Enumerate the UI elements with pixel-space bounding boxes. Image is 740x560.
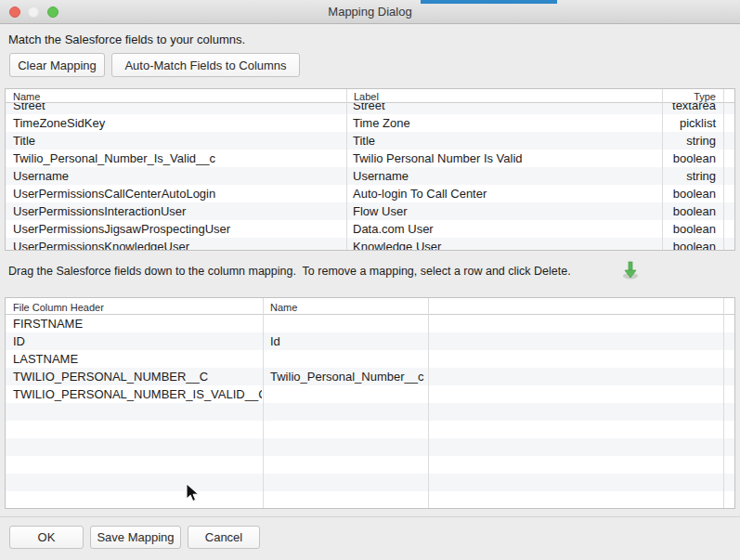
field-label: Street xyxy=(346,103,661,114)
column-mapping-table: File Column Header Name FIRSTNAME ID Id xyxy=(5,297,735,509)
file-column-header-cell: ID xyxy=(6,332,262,350)
field-type: string xyxy=(662,167,723,185)
field-row[interactable]: TimeZoneSidKey Time Zone picklist xyxy=(6,114,734,132)
mapping-dialog-window: Mapping Dialog Match the Salesforce fiel… xyxy=(0,0,740,560)
field-type: boolean xyxy=(662,185,723,202)
mapped-field-cell xyxy=(263,315,427,332)
drag-instruction-text: Drag the Salesforce fields down to the c… xyxy=(8,265,571,278)
field-label: Auto-login To Call Center xyxy=(346,185,661,202)
scrollbar-track[interactable] xyxy=(723,89,724,250)
field-label: Username xyxy=(346,167,661,185)
ok-button[interactable]: OK xyxy=(9,526,84,549)
field-label: Twilio Personal Number Is Valid xyxy=(346,150,661,167)
clear-mapping-button[interactable]: Clear Mapping xyxy=(9,53,105,77)
field-type: textarea xyxy=(662,103,723,114)
mapping-table-header: File Column Header Name xyxy=(6,298,734,315)
fields-table-header: Name Label Type xyxy=(6,89,734,103)
match-instruction-text: Match the Salesforce fields to your colu… xyxy=(8,33,245,46)
titlebar: Mapping Dialog xyxy=(0,0,740,24)
footer-separator xyxy=(0,516,740,517)
cancel-button[interactable]: Cancel xyxy=(188,526,260,549)
salesforce-fields-table: Name Label Type Street Street textarea T… xyxy=(5,88,735,251)
field-row[interactable]: Username Username string xyxy=(6,167,734,185)
field-label: Knowledge User xyxy=(346,238,661,250)
save-mapping-button[interactable]: Save Mapping xyxy=(90,526,181,549)
column-header-file-column: File Column Header xyxy=(13,301,104,314)
file-column-header-cell: LASTNAME xyxy=(6,350,262,368)
field-type: boolean xyxy=(662,150,723,167)
field-row[interactable]: UserPermissionsCallCenterAutoLogin Auto-… xyxy=(6,185,734,202)
field-api-name: Title xyxy=(6,132,345,150)
mapping-row[interactable]: ID Id xyxy=(6,332,734,350)
column-header-name: Name xyxy=(270,301,297,314)
scrollbar-track[interactable] xyxy=(723,298,724,508)
field-row[interactable]: Title Title string xyxy=(6,132,734,150)
field-row[interactable]: Twilio_Personal_Number_Is_Valid__c Twili… xyxy=(6,150,734,167)
field-label: Title xyxy=(346,132,661,150)
column-divider xyxy=(428,298,429,508)
field-row[interactable]: Street Street textarea xyxy=(6,103,734,114)
mapping-row[interactable]: TWILIO_PERSONAL_NUMBER__C Twilio_Persona… xyxy=(6,368,734,385)
window-title: Mapping Dialog xyxy=(0,5,740,19)
file-column-header-cell: TWILIO_PERSONAL_NUMBER__C xyxy=(6,368,262,385)
field-type: boolean xyxy=(662,202,723,220)
green-drop-arrow-icon[interactable] xyxy=(620,260,641,282)
column-divider xyxy=(346,89,347,250)
field-type: picklist xyxy=(662,114,723,132)
field-api-name: Twilio_Personal_Number_Is_Valid__c xyxy=(6,150,345,167)
mapped-field-cell: Id xyxy=(263,332,427,350)
background-browser-strip xyxy=(421,0,557,4)
mapping-row[interactable]: FIRSTNAME xyxy=(6,315,734,332)
field-row[interactable]: UserPermissionsInteractionUser Flow User… xyxy=(6,202,734,220)
field-api-name: Street xyxy=(6,103,345,114)
fields-table-body: Street Street textarea TimeZoneSidKey Ti… xyxy=(6,103,734,250)
column-divider xyxy=(263,298,264,508)
mapping-row[interactable]: LASTNAME xyxy=(6,350,734,368)
field-type: boolean xyxy=(662,238,723,250)
field-api-name: UserPermissionsCallCenterAutoLogin xyxy=(6,185,345,202)
mapping-table-body: FIRSTNAME ID Id LASTNAME TWILIO_P xyxy=(6,315,734,508)
file-column-header-cell: FIRSTNAME xyxy=(6,315,262,332)
mapped-field-cell: Twilio_Personal_Number__c xyxy=(263,368,427,385)
field-api-name: UserPermissionsKnowledgeUser xyxy=(6,238,345,250)
field-type: boolean xyxy=(662,220,723,238)
mouse-cursor xyxy=(186,483,200,503)
field-label: Flow User xyxy=(346,202,661,220)
field-type: string xyxy=(662,132,723,150)
mapped-field-cell xyxy=(263,385,427,403)
column-header-name: Name xyxy=(13,90,40,103)
mapping-row[interactable]: TWILIO_PERSONAL_NUMBER_IS_VALID__C xyxy=(6,385,734,403)
field-api-name: UserPermissionsJigsawProspectingUser xyxy=(6,220,345,238)
column-divider xyxy=(662,89,663,250)
file-column-header-cell: TWILIO_PERSONAL_NUMBER_IS_VALID__C xyxy=(6,385,262,403)
field-api-name: UserPermissionsInteractionUser xyxy=(6,202,345,220)
mapped-field-cell xyxy=(263,350,427,368)
field-row[interactable]: UserPermissionsJigsawProspectingUser Dat… xyxy=(6,220,734,238)
column-header-label: Label xyxy=(354,90,379,103)
auto-match-button[interactable]: Auto-Match Fields to Columns xyxy=(111,53,300,77)
field-row[interactable]: UserPermissionsKnowledgeUser Knowledge U… xyxy=(6,238,734,250)
column-header-type: Type xyxy=(694,90,716,103)
field-label: Time Zone xyxy=(346,114,661,132)
field-label: Data.com User xyxy=(346,220,661,238)
field-api-name: Username xyxy=(6,167,345,185)
field-api-name: TimeZoneSidKey xyxy=(6,114,345,132)
